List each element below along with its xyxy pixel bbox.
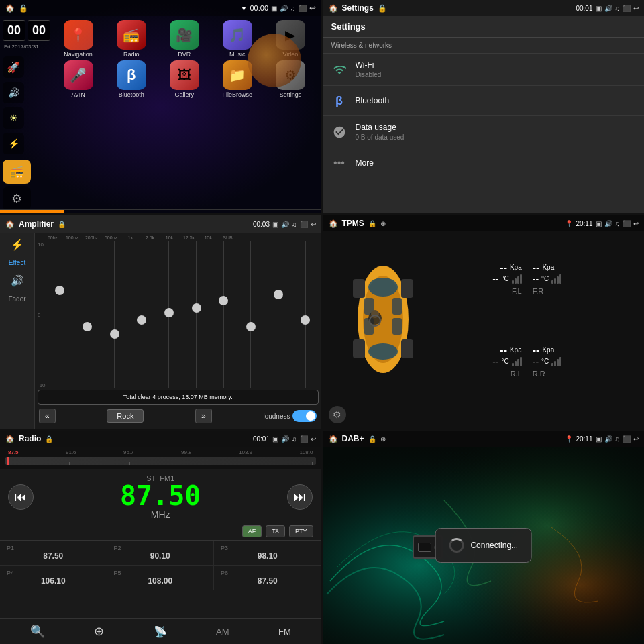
settings-more-item[interactable]: ••• More [323, 148, 645, 178]
radio-fm-button[interactable]: FM [278, 627, 291, 637]
radio-info: ST FM1 87.50 MHz [120, 474, 201, 520]
preset-p2[interactable]: P2 90.10 [107, 541, 215, 566]
settings-data-item[interactable]: Data usage 0 B of data used [323, 116, 645, 148]
tpms-lock-icon: 🔒 [368, 220, 376, 227]
preset-p3[interactable]: P3 98.10 [214, 541, 321, 566]
preset-p6[interactable]: P6 87.50 [214, 566, 321, 590]
radio-function-buttons: AF TA PTY [0, 525, 321, 540]
freq-indicator-bar[interactable] [5, 457, 316, 465]
signal-icon: ▼ [241, 5, 248, 12]
radio-cast-icon: ⬛ [300, 435, 308, 443]
home-brightness-shortcut[interactable]: ☀ [3, 107, 24, 129]
radio-next-button[interactable]: ⏭ [287, 484, 313, 510]
tpms-back-icon[interactable]: ↩ [633, 220, 639, 227]
app-radio[interactable]: 📻 Radio [106, 20, 156, 58]
bluetooth-icon: β [331, 93, 347, 109]
tpms-home-icon[interactable]: 🏠 [329, 219, 338, 228]
settings-home-icon[interactable]: 🏠 [329, 4, 338, 13]
dab-back-icon[interactable]: ↩ [633, 435, 639, 443]
radio-search-icon[interactable]: 🔍 [30, 624, 45, 639]
eq-slider-9[interactable] [265, 241, 291, 388]
tpms-rr-kpa-val: -- [533, 344, 540, 356]
settings-title-label: Settings [342, 3, 374, 13]
radio-time: 00:01 [253, 435, 270, 443]
tpms-content: -- Kpa -- °C F.L [323, 231, 645, 407]
app-bluetooth[interactable]: β Bluetooth [106, 60, 156, 98]
dab-home-icon[interactable]: 🏠 [329, 435, 338, 443]
freq-91: 91.6 [66, 449, 76, 455]
radio-ta-button[interactable]: TA [266, 525, 285, 537]
eq-slider-4[interactable] [129, 241, 155, 388]
home-radio-btn[interactable]: 📻 [3, 160, 31, 184]
home-eq-shortcut[interactable]: ⚡ [3, 133, 24, 154]
tpms-fl-temp-val: -- [492, 274, 498, 284]
settings-screen-icon: ▣ [596, 5, 602, 12]
amp-fader-label[interactable]: Fader [8, 295, 25, 303]
data-usage-text: Data usage 0 B of data used [356, 123, 637, 141]
radio-back-icon[interactable]: ↩ [311, 435, 316, 443]
panel-dab: 🏠 DAB+ 🔒 ⊕ 📍 20:11 ▣ 🔊 ♫ ⬛ ↩ [323, 431, 645, 644]
home-nav-shortcut[interactable]: 🚀 [3, 56, 24, 78]
radio-prev-button[interactable]: ⏮ [8, 484, 34, 510]
home-settings-btn[interactable]: ⚙ [3, 186, 31, 211]
app-avin[interactable]: 🎤 AVIN [53, 60, 103, 98]
avin-icon-bg: 🎤 [64, 60, 93, 90]
settings-back-icon[interactable]: ↩ [633, 5, 639, 12]
radio-status-bar: 🏠 Radio 🔒 00:01 ▣ 🔊 ♫ ⬛ ↩ [0, 431, 321, 447]
data-usage-icon [331, 124, 347, 140]
back-icon[interactable]: ↩ [309, 3, 316, 13]
app-navigation[interactable]: 📍 Navigation [53, 20, 103, 58]
tpms-settings-button[interactable]: ⚙ [329, 406, 346, 423]
bluetooth-label: Bluetooth [119, 91, 144, 98]
eq-preset-label[interactable]: Rock [107, 409, 144, 423]
data-usage-sub: 0 B of data used [356, 133, 637, 141]
amp-effect-label[interactable]: Effect [9, 259, 25, 266]
home-status-bar: 🏠 🔒 ▼ 00:00 ▣ 🔊 ♫ ⬛ ↩ [0, 0, 321, 16]
radio-pty-button[interactable]: PTY [289, 525, 313, 537]
app-gallery[interactable]: 🖼 Gallery [159, 60, 209, 98]
amp-status-bar: 🏠 Amplifier 🔒 00:03 ▣ 🔊 ♫ ⬛ ↩ [0, 215, 321, 233]
eq-slider-2[interactable] [74, 241, 101, 388]
home-icon[interactable]: 🏠 [5, 4, 15, 13]
amp-back-icon[interactable]: ↩ [311, 221, 316, 228]
preset-p4[interactable]: P4 106.10 [0, 566, 107, 590]
amp-eq-icon[interactable]: ⚡ [11, 238, 24, 251]
radio-cast-bottom-icon[interactable]: ⊕ [94, 624, 104, 639]
settings-bluetooth-item[interactable]: β Bluetooth [323, 86, 645, 116]
radio-af-button[interactable]: AF [242, 525, 262, 537]
preset-p1[interactable]: P1 87.50 [0, 541, 107, 566]
eq-slider-10[interactable] [292, 241, 319, 388]
tpms-fr-temp-unit: °C [541, 275, 549, 282]
tpms-fr-temp-val: -- [533, 274, 539, 284]
amp-home-icon[interactable]: 🏠 [5, 220, 15, 229]
eq-slider-1[interactable] [47, 241, 73, 388]
settings-wifi-item[interactable]: Wi-Fi Disabled [323, 54, 645, 86]
settings-vol-icon: 🔊 [604, 5, 612, 12]
eq-slider-3[interactable] [101, 241, 127, 388]
amp-lock-icon: 🔒 [58, 221, 66, 228]
eq-scale: 10 0 -10 [38, 241, 47, 388]
eq-slider-7[interactable] [211, 241, 237, 388]
settings-header: Settings [323, 16, 645, 38]
amp-vol-icon: 🔊 [281, 221, 289, 228]
radio-home-icon[interactable]: 🏠 [5, 435, 15, 443]
connecting-text: Connecting... [470, 541, 518, 550]
preset-p5[interactable]: P5 108.00 [107, 566, 215, 590]
tpms-fr-kpa-val: -- [533, 262, 540, 274]
freq-108: 108.0 [299, 449, 313, 455]
eq-slider-5[interactable] [156, 241, 182, 388]
home-volume-shortcut[interactable]: 🔊 [3, 82, 24, 103]
wifi-icon [331, 62, 347, 78]
tpms-fr-kpa-unit: Kpa [542, 264, 554, 271]
eq-slider-6[interactable] [183, 241, 209, 388]
radio-am-button[interactable]: AM [216, 627, 229, 637]
eq-prev-button[interactable]: « [39, 409, 56, 423]
app-dvr[interactable]: 🎥 DVR [159, 20, 209, 58]
tpms-rr-kpa-unit: Kpa [542, 346, 554, 354]
eq-next-button[interactable]: » [195, 409, 212, 423]
home-date: Fri,2017/03/31 [3, 44, 50, 50]
panel-tpms: 🏠 TPMS 🔒 ⊕ 📍 20:11 ▣ 🔊 ♫ ⬛ ↩ -- Kpa [323, 215, 645, 429]
radio-antenna-icon[interactable]: 📡 [154, 625, 167, 638]
eq-slider-8[interactable] [238, 241, 264, 388]
loudness-toggle[interactable] [292, 410, 317, 422]
